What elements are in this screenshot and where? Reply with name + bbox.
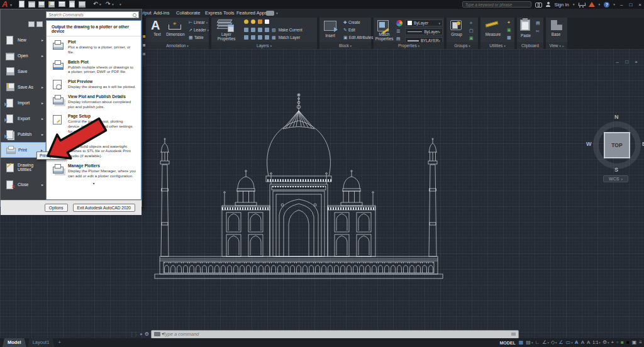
insert-block-icon[interactable] xyxy=(324,21,336,31)
status-toggle-icon[interactable]: ⚙ ▾ xyxy=(602,340,609,345)
dimension-icon[interactable]: ✳ xyxy=(169,21,181,30)
viewcube-north[interactable]: N xyxy=(614,114,619,120)
layer-tool-icon[interactable] xyxy=(251,28,255,32)
status-toggle-icon[interactable]: A xyxy=(575,340,579,345)
color-wheel-icon[interactable] xyxy=(396,20,402,26)
command-bar-customize-icon[interactable]: ⚙ xyxy=(145,331,149,337)
clipboard-panel-label[interactable]: Clipboard xyxy=(517,42,543,49)
paste-icon[interactable] xyxy=(520,19,530,31)
app-store-icon[interactable] xyxy=(589,2,595,7)
recent-documents-icon[interactable] xyxy=(28,21,35,27)
chevron-down-icon[interactable]: ▾ xyxy=(206,21,208,25)
match-properties-label[interactable]: Match Properties xyxy=(374,33,395,41)
match-layer-label[interactable]: Match Layer xyxy=(279,35,301,40)
redo-caret-icon[interactable]: ▾ xyxy=(112,3,114,6)
layout1-tab[interactable]: Layout1 xyxy=(28,338,55,347)
layer-tool-icon[interactable] xyxy=(244,28,248,32)
group-select-icon[interactable]: ▣ xyxy=(469,36,474,40)
base-view-icon[interactable] xyxy=(551,20,562,30)
store-cart-icon[interactable] xyxy=(579,3,585,7)
status-toggle-icon[interactable]: 1:1 ▾ xyxy=(592,341,601,345)
text-tool-icon[interactable]: A xyxy=(151,19,160,31)
submenu-scroll-down-icon[interactable]: ▾ xyxy=(47,180,141,185)
layer-thaw-icon[interactable] xyxy=(251,19,255,24)
viewcube[interactable]: N W E S TOP WCS ▾ xyxy=(588,115,644,184)
viewcube-west[interactable]: W xyxy=(586,141,592,147)
help-caret-icon[interactable]: ▾ xyxy=(613,3,615,6)
layer-properties-icon[interactable] xyxy=(218,19,234,32)
quick-calc-icon[interactable]: ▣ xyxy=(507,28,511,32)
command-input[interactable] xyxy=(163,331,509,337)
tab-add-ins[interactable]: Add-ins xyxy=(150,9,173,18)
app-menu-item[interactable]: Close ▸ xyxy=(1,177,46,192)
redo-icon[interactable]: ↷ xyxy=(106,1,111,7)
leader-label[interactable]: Leader xyxy=(194,28,206,32)
layer-tool-icon[interactable] xyxy=(258,35,262,40)
ribbon-options-icon[interactable] xyxy=(266,11,274,16)
submenu-item[interactable]: Plot Plot a drawing to a plotter, printe… xyxy=(47,36,141,57)
app-menu-item[interactable]: Open ▸ xyxy=(1,48,46,63)
qat-icon[interactable] xyxy=(58,1,65,8)
command-bar-grip[interactable]: ⋮⋮ xyxy=(129,331,138,337)
sign-in-button[interactable]: Sign In xyxy=(554,2,569,8)
viewcube-top-face[interactable]: TOP xyxy=(604,132,630,158)
match-properties-icon[interactable] xyxy=(377,20,389,31)
app-menu-item[interactable]: Import ▸ xyxy=(1,95,46,111)
paste-label[interactable]: Paste xyxy=(517,34,535,38)
app-menu-item[interactable]: Publish ▸ xyxy=(1,126,46,142)
dimension-label[interactable]: Dimension xyxy=(164,33,187,37)
search-binoculars-icon[interactable] xyxy=(535,3,542,7)
status-toggle-icon[interactable]: ∟ xyxy=(535,340,540,345)
insert-label[interactable]: Insert xyxy=(321,34,340,38)
submenu-item[interactable]: Batch Plot Publish multiple sheets or dr… xyxy=(47,57,141,77)
quick-select-icon[interactable]: ✦ xyxy=(507,20,511,25)
minimize-button[interactable]: – xyxy=(619,2,624,8)
layer-tool-icon[interactable] xyxy=(251,35,255,40)
groups-panel-label[interactable]: Groups ▾ xyxy=(447,42,478,49)
status-toggle-icon[interactable]: + xyxy=(611,340,615,345)
qat-icon[interactable] xyxy=(38,1,45,8)
layer-tool-icon[interactable] xyxy=(258,28,262,32)
add-layout-button[interactable]: + xyxy=(55,338,63,347)
block-panel-label[interactable]: Block ▾ xyxy=(319,42,371,49)
status-toggle-icon[interactable]: ▦ xyxy=(519,340,525,345)
layer-color-swatch[interactable] xyxy=(265,19,269,24)
qat-icon[interactable] xyxy=(18,1,25,8)
status-toggle-icon[interactable]: ∠ xyxy=(559,340,564,345)
copy-clip-icon[interactable]: ▤ xyxy=(536,21,540,25)
chevron-down-icon[interactable]: ▾ xyxy=(207,28,209,32)
lineweight-icon[interactable]: ▤ xyxy=(396,36,401,41)
command-search-input[interactable] xyxy=(47,13,133,17)
utilities-panel-label[interactable]: Utilities ▾ xyxy=(480,42,514,49)
group-icon[interactable] xyxy=(450,20,462,30)
command-input-field[interactable] xyxy=(151,330,519,339)
sign-in-caret-icon[interactable]: ▾ xyxy=(573,3,575,6)
tab-collaborate[interactable]: Collaborate xyxy=(172,9,204,18)
edit-attributes-label[interactable]: Edit Attributes xyxy=(349,35,374,40)
exit-button[interactable]: Exit Autodesk AutoCAD 2020 xyxy=(73,204,135,212)
edit-block-label[interactable]: Edit xyxy=(348,28,355,32)
group-label[interactable]: Group xyxy=(448,33,465,37)
command-search-box[interactable] xyxy=(46,11,139,18)
create-block-label[interactable]: Create xyxy=(348,20,360,25)
group-edit-icon[interactable]: ▢ xyxy=(469,28,474,33)
id-point-icon[interactable]: ▩ xyxy=(507,35,511,40)
app-menu-item[interactable]: Export ▸ xyxy=(1,111,46,126)
status-toggle-icon[interactable]: ▣ xyxy=(632,340,638,345)
app-menu-item[interactable]: New ▸ xyxy=(1,32,46,48)
properties-panel-label[interactable]: Properties ▾ xyxy=(374,42,444,49)
app-store-caret-icon[interactable]: ▾ xyxy=(599,3,601,6)
qat-icon[interactable] xyxy=(48,1,55,8)
tab-featured-apps[interactable]: Featured Apps xyxy=(233,9,271,18)
layer-lock-icon[interactable] xyxy=(258,19,262,24)
drawing-window-controls[interactable]: – □ × xyxy=(616,59,640,65)
app-menu-item[interactable]: Save As ▸ xyxy=(1,79,46,95)
cut-icon[interactable]: ✂ xyxy=(536,29,540,33)
measure-label[interactable]: Measure xyxy=(482,33,504,37)
status-toggle-icon[interactable]: A xyxy=(587,340,591,345)
measure-icon[interactable] xyxy=(486,21,499,27)
ungroup-icon[interactable]: ✧ xyxy=(469,21,473,25)
linetype-dropdown[interactable]: ByLayer ▾ xyxy=(405,28,443,35)
status-toggle-icon[interactable]: A xyxy=(581,340,585,345)
qat-customize-icon[interactable]: ▾ xyxy=(119,3,121,6)
